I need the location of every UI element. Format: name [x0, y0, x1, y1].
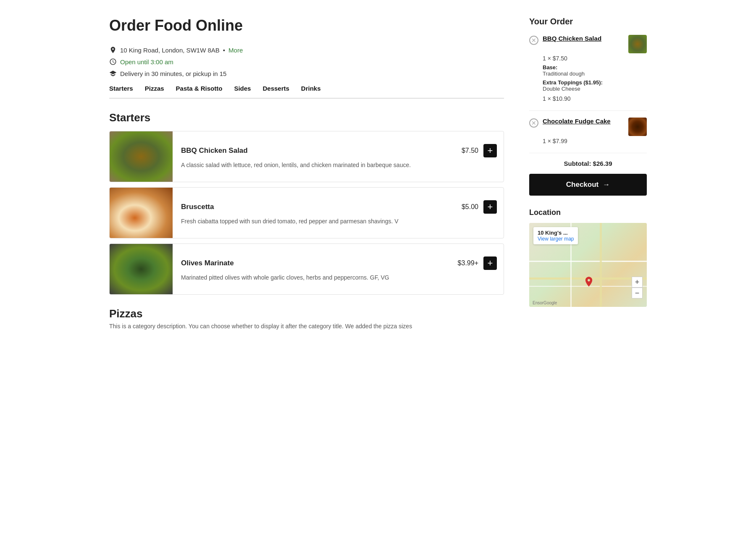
more-link[interactable]: More — [228, 47, 243, 54]
map-pin — [583, 276, 593, 286]
pizzas-section-title: Pizzas — [109, 307, 504, 320]
order-bbq-base-label: Base: — [543, 64, 647, 71]
open-status-row: Open until 3:00 am — [109, 58, 504, 65]
olives-price: $3.99+ — [458, 259, 478, 267]
bbq-salad-price-row: $7.50 + — [462, 144, 497, 157]
delivery-row: Delivery in 30 minutes, or pickup in 15 — [109, 70, 504, 77]
subtotal-text: Subtotal: $26.39 — [564, 160, 612, 167]
nav-drinks[interactable]: Drinks — [301, 85, 321, 94]
order-cake-qty-price: 1 × $7.99 — [543, 138, 647, 144]
nav-sides[interactable]: Sides — [234, 85, 251, 94]
bruscetta-price: $5.00 — [462, 203, 478, 211]
nav-pizzas[interactable]: Pizzas — [145, 85, 164, 94]
bruscetta-image — [110, 188, 173, 238]
starters-section-title: Starters — [109, 111, 504, 124]
map-road-h1 — [529, 261, 647, 262]
address-row: 10 King Road, London, SW1W 8AB • More — [109, 46, 504, 54]
order-item-cake: ✕ Chocolate Fudge Cake 1 × $7.99 — [529, 118, 647, 144]
nav-pasta[interactable]: Pasta & Risotto — [176, 85, 223, 94]
order-item-cake-top: ✕ Chocolate Fudge Cake — [529, 118, 647, 136]
map-larger-link[interactable]: View larger map — [538, 236, 574, 242]
order-cake-name[interactable]: Chocolate Fudge Cake — [543, 118, 611, 125]
add-olives-button[interactable]: + — [483, 256, 497, 270]
google-logo-text: EnsorGoogle — [533, 301, 557, 305]
order-divider-1 — [529, 110, 647, 111]
checkout-label: Checkout — [566, 181, 598, 189]
subtotal-row: Subtotal: $26.39 — [529, 160, 647, 167]
remove-cake-button[interactable]: ✕ — [529, 118, 538, 128]
add-bbq-salad-button[interactable]: + — [483, 144, 497, 157]
olives-name: Olives Marinate — [181, 259, 234, 267]
add-bruscetta-button[interactable]: + — [483, 200, 497, 214]
order-bbq-item-total: 1 × $10.90 — [543, 95, 647, 102]
checkout-button[interactable]: Checkout → — [529, 174, 647, 196]
bbq-salad-header: BBQ Chicken Salad $7.50 + — [181, 144, 497, 157]
order-bbq-base-value: Traditional dough — [543, 71, 647, 77]
location-section: Location 10 King's ... View larger map — [529, 208, 647, 307]
olives-body: Olives Marinate $3.99+ + Marinated pitte… — [173, 244, 504, 294]
map-container: 10 King's ... View larger map + − EnsorG… — [529, 223, 647, 307]
pizzas-description: This is a category description. You can … — [109, 323, 504, 330]
order-bbq-qty-price: 1 × $7.50 — [543, 55, 647, 62]
address-text: 10 King Road, London, SW1W 8AB — [120, 47, 220, 54]
bbq-salad-price: $7.50 — [462, 147, 478, 154]
map-zoom-in-button[interactable]: + — [632, 277, 643, 288]
main-content: Order Food Online 10 King Road, London, … — [109, 17, 504, 330]
location-title: Location — [529, 208, 647, 217]
delivery-text: Delivery in 30 minutes, or pickup in 15 — [120, 70, 226, 77]
map-label-box: 10 King's ... View larger map — [533, 227, 578, 244]
order-title: Your Order — [529, 17, 647, 26]
nav-starters[interactable]: Starters — [109, 85, 133, 94]
order-bbq-toppings-label: Extra Toppings ($1.95): — [543, 79, 647, 86]
order-bbq-toppings-value: Double Cheese — [543, 86, 647, 92]
bbq-salad-image — [110, 131, 173, 182]
address-separator: • — [223, 47, 225, 54]
olives-price-row: $3.99+ + — [458, 256, 497, 270]
bruscetta-name: Bruscetta — [181, 203, 214, 211]
bruscetta-desc: Fresh ciabatta topped with sun dried tom… — [181, 217, 497, 226]
map-zoom-out-button[interactable]: − — [632, 288, 643, 298]
bbq-salad-desc: A classic salad with lettuce, red onion,… — [181, 161, 497, 170]
bruscetta-price-row: $5.00 + — [462, 200, 497, 214]
order-sidebar: Your Order ✕ BBQ Chicken Salad 1 × $7.50… — [529, 17, 647, 330]
nav-desserts[interactable]: Desserts — [262, 85, 289, 94]
clock-icon — [109, 58, 117, 65]
order-cake-thumb — [628, 118, 647, 136]
map-place-text: 10 King's ... — [538, 230, 568, 236]
location-icon — [109, 46, 117, 54]
order-divider-2 — [529, 153, 647, 153]
checkout-arrow: → — [603, 181, 610, 189]
remove-bbq-button[interactable]: ✕ — [529, 36, 538, 45]
menu-item-bbq-salad: BBQ Chicken Salad $7.50 + A classic sala… — [109, 131, 504, 182]
order-item-bbq: ✕ BBQ Chicken Salad 1 × $7.50 Base: Trad… — [529, 35, 647, 102]
page-title: Order Food Online — [109, 17, 504, 34]
order-bbq-thumb — [628, 35, 647, 53]
olives-desc: Marinated pitted olives with whole garli… — [181, 273, 497, 282]
map-road-v2 — [600, 223, 602, 307]
bbq-salad-body: BBQ Chicken Salad $7.50 + A classic sala… — [173, 131, 504, 182]
map-zoom-controls: + − — [632, 277, 643, 298]
order-bbq-name[interactable]: BBQ Chicken Salad — [543, 35, 601, 42]
bbq-salad-name: BBQ Chicken Salad — [181, 147, 248, 155]
delivery-icon — [109, 70, 117, 77]
bruscetta-header: Bruscetta $5.00 + — [181, 200, 497, 214]
category-nav: Starters Pizzas Pasta & Risotto Sides De… — [109, 85, 504, 99]
menu-item-bruscetta: Bruscetta $5.00 + Fresh ciabatta topped … — [109, 187, 504, 238]
open-status-text: Open until 3:00 am — [120, 58, 173, 65]
bruscetta-body: Bruscetta $5.00 + Fresh ciabatta topped … — [173, 188, 504, 238]
menu-item-olives: Olives Marinate $3.99+ + Marinated pitte… — [109, 243, 504, 295]
order-item-bbq-top: ✕ BBQ Chicken Salad — [529, 35, 647, 53]
olives-image — [110, 244, 173, 294]
olives-header: Olives Marinate $3.99+ + — [181, 256, 497, 270]
